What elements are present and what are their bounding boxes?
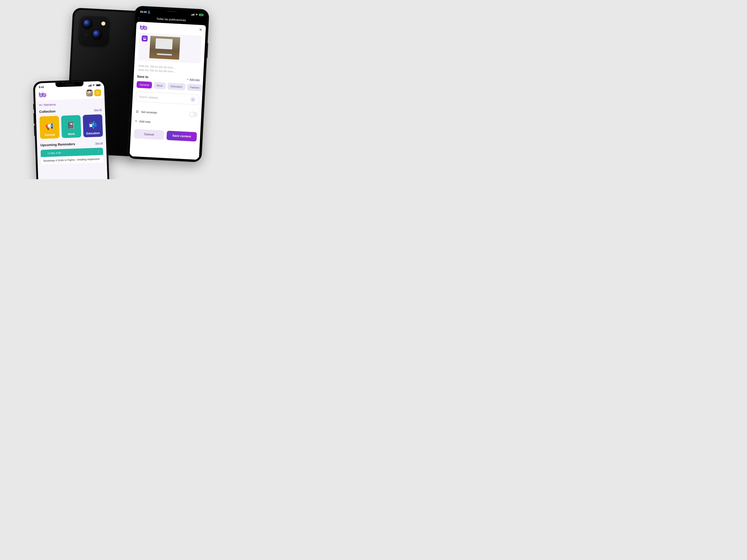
search-placeholder: Search category [139,95,158,99]
mailbox-icon: 📬 [88,120,98,130]
info-button[interactable] [94,89,101,96]
notebook-icon: 📓 [66,121,76,131]
reminder-toggle[interactable] [189,112,198,117]
category-chip-fashion[interactable]: Fashion [187,84,203,91]
profile-indicator-icon: 👤 [147,11,151,14]
save-content-button[interactable]: Save content [166,131,197,141]
bell-icon [135,110,139,113]
svg-point-12 [144,38,145,38]
add-new-button[interactable]: + Add new [187,78,200,81]
search-icon [190,97,196,102]
battery-badge: 100 [199,14,204,16]
camera-lens-icon [82,18,93,29]
image-type-badge [141,35,148,42]
svg-point-3 [44,95,45,96]
app-logo [139,24,149,30]
plus-icon: + [135,119,137,123]
signal-icon [191,13,195,16]
collection-see-all-link[interactable]: See All [94,108,102,111]
add-note-label: Add note [139,119,151,124]
wifi-icon [195,14,198,16]
collection-card-education[interactable]: 📬 Education [83,114,103,137]
cancel-button[interactable]: Cancel [134,129,164,140]
collection-label: General [45,133,55,136]
wifi-icon [92,84,95,86]
camera-lens-icon [92,29,103,40]
reminders-see-all-link[interactable]: See All [95,142,103,145]
camera-flash-icon [101,22,105,26]
collection-card-general[interactable]: 📢 General [40,116,59,139]
collection-label: Work [68,132,75,135]
status-time: 9:41 [38,85,44,89]
add-new-label: Add new [189,78,200,81]
phone-right: 20:55 👤 100 ‹ Todas las publicaciones ✕ [127,6,209,162]
info-icon [96,91,100,95]
phone-left: 9:41 Hi ! Marianna Collection See A [33,79,111,179]
save-to-label: Save to [137,75,148,79]
camera-mic-icon [85,34,87,36]
battery-icon [96,84,100,86]
image-preview-area [138,33,202,63]
collection-label: Education [86,131,100,135]
category-chip-general[interactable]: General [136,81,152,88]
status-time: 20:55 [140,10,147,14]
collection-card-work[interactable]: 📓 Work [61,115,81,138]
svg-point-5 [98,92,98,92]
collection-title: Collection [39,109,56,114]
svg-point-2 [40,95,42,96]
image-icon [143,37,147,40]
reminder-item[interactable]: 📎12 Mar, 8:30 ⋮ Bootstrap 4 Grids in Fig… [41,148,103,165]
category-chip-work[interactable]: Work [154,82,166,89]
app-logo [38,92,47,98]
save-content-sheet: ✕ Write the Title for this file here ...… [129,22,206,160]
camera-module [78,16,110,47]
back-button[interactable]: ‹ [138,16,140,20]
megaphone-icon: 📢 [45,121,54,131]
greeting-text: Hi ! Marianna [39,101,101,107]
search-category-input[interactable]: Search category [136,91,199,105]
close-button[interactable]: ✕ [199,27,202,32]
svg-point-10 [145,27,146,29]
attachment-icon: 📎 [43,152,47,155]
plus-icon: + [187,78,188,81]
reminder-label: Set reminder [141,110,157,114]
image-thumbnail[interactable] [149,36,180,60]
svg-point-9 [141,27,143,28]
signal-icon [88,84,92,87]
user-avatar[interactable] [86,89,93,97]
reminder-time: 12 Mar, 8:30 [47,151,61,155]
category-chips: General Work Education Fashion [136,81,200,91]
more-icon[interactable]: ⋮ [97,150,101,154]
reminders-title: Upcoming Reminders [40,142,75,147]
category-chip-education[interactable]: Education [168,83,185,90]
collection-list[interactable]: 📢 General 📓 Work 📬 Education [40,114,103,139]
svg-rect-6 [98,92,98,94]
